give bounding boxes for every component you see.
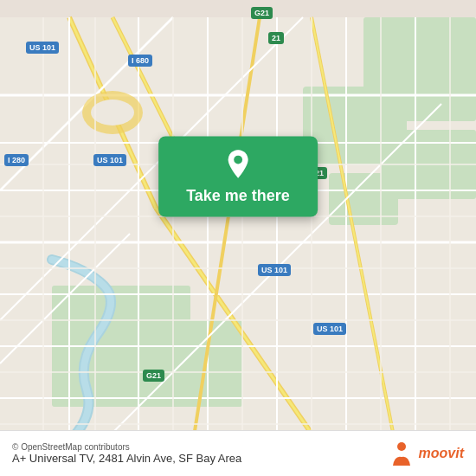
highway-shield-g21-top: G21 [251,7,273,19]
highway-shield-i280: I 280 [4,154,29,166]
location-name: A+ Universal TV, 2481 Alvin Ave, SF Bay … [12,452,241,465]
cta-button-container: Take me there [158,136,318,216]
bottom-bar: © OpenStreetMap contributors A+ Universa… [0,430,476,476]
svg-point-34 [91,100,134,125]
take-me-there-button[interactable]: Take me there [158,136,318,216]
osm-attribution: © OpenStreetMap contributors [12,442,241,452]
map-container: US 101 I 680 US 101 G21 21 21 I 280 US 1… [0,0,476,476]
moovit-logo: moovit [388,440,464,467]
highway-shield-us101-4: US 101 [313,323,346,335]
highway-shield-us101-2: US 101 [93,154,126,166]
highway-shield-us101-1: US 101 [26,42,59,54]
map-background [0,0,476,476]
cta-label: Take me there [186,186,290,204]
highway-shield-us101-3: US 101 [258,264,291,276]
location-pin-icon [222,148,254,179]
moovit-label: moovit [419,446,464,461]
moovit-icon [388,440,415,467]
svg-point-50 [234,155,242,164]
highway-shield-i680: I 680 [128,55,152,67]
svg-point-51 [397,442,406,451]
bottom-left: © OpenStreetMap contributors A+ Universa… [12,442,241,465]
highway-shield-g21-bottom: G21 [143,370,164,382]
highway-shield-21-top: 21 [268,32,284,44]
